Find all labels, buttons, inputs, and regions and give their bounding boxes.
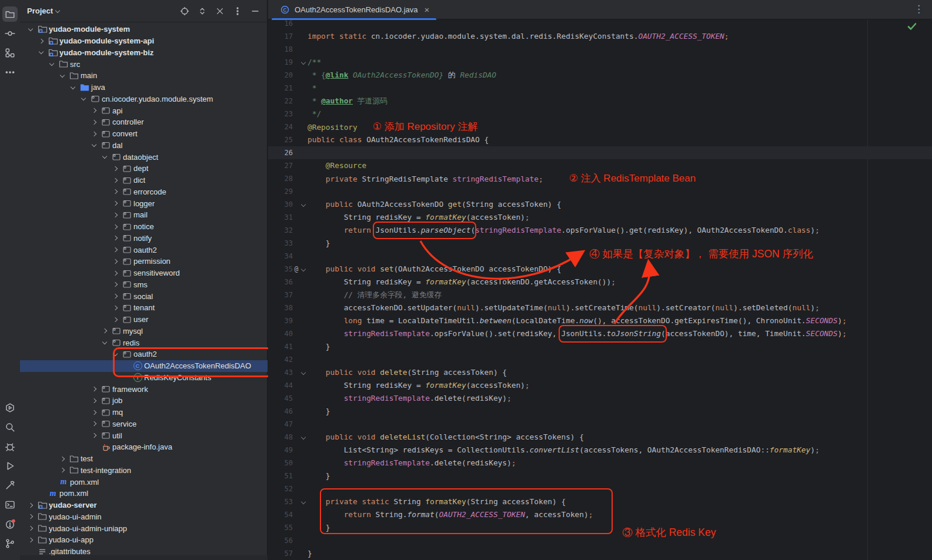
line-number[interactable]: 17 [268, 30, 293, 43]
line-number[interactable]: 32 [268, 224, 293, 237]
expand-all-icon[interactable] [198, 6, 207, 16]
tree-item-util[interactable]: util [20, 430, 268, 441]
run-icon[interactable] [2, 458, 18, 474]
code-line-57[interactable]: 57} [268, 547, 932, 560]
code-line-23[interactable]: 23 */ [268, 108, 932, 120]
code-editor[interactable]: 1617import static cn.iocoder.yudao.modul… [268, 20, 932, 560]
chevron-down-icon[interactable] [58, 71, 68, 81]
chevron-right-icon[interactable] [111, 291, 121, 301]
line-number[interactable]: 31 [268, 211, 293, 224]
tree-item-rediskeyconstants[interactable]: IRedisKeyConstants [20, 372, 268, 384]
code-line-22[interactable]: 22 * @author 芋道源码 [268, 95, 932, 108]
code-line-40[interactable]: 40 stringRedisTemplate.opsForValue().set… [268, 327, 932, 340]
line-number[interactable]: 44 [268, 379, 293, 392]
code-line-38[interactable]: 38 accessTokenDO.setUpdater(null).setUpd… [268, 301, 932, 314]
chevron-right-icon[interactable] [89, 129, 100, 139]
line-number[interactable]: 48 [268, 431, 293, 444]
commit-icon[interactable] [2, 26, 18, 41]
chevron-right-icon[interactable] [111, 210, 121, 220]
build-icon[interactable] [2, 478, 18, 493]
code-line-17[interactable]: 17import static cn.iocoder.yudao.module.… [268, 30, 932, 43]
code-line-36[interactable]: 36 String redisKey = formatKey(accessTok… [268, 276, 932, 289]
tree-item-oauth2[interactable]: oauth2 [20, 244, 268, 256]
chevron-right-icon[interactable] [100, 326, 111, 336]
code-line-53[interactable]: 53 private static String formatKey(Strin… [268, 495, 932, 508]
tree-item-controller[interactable]: controller [20, 116, 268, 128]
line-number[interactable]: 24 [268, 120, 293, 133]
tree-item-dal[interactable]: dal [20, 140, 268, 152]
services-icon[interactable] [2, 400, 18, 415]
tree-item-dept[interactable]: dept [20, 163, 268, 175]
collapse-all-icon[interactable] [215, 6, 225, 16]
tree-item-job[interactable]: job [20, 395, 268, 407]
line-number[interactable]: 55 [268, 521, 293, 534]
tree-item-yudao-server[interactable]: yudao-server [20, 499, 268, 511]
code-line-35[interactable]: 35@ public void set(OAuth2AccessTokenDO … [268, 263, 932, 276]
tree-item-main[interactable]: main [20, 70, 268, 82]
chevron-right-icon[interactable] [111, 198, 121, 209]
code-line-43[interactable]: 43 public void delete(String accessToken… [268, 366, 932, 379]
code-line-27[interactable]: 27 @Resource [268, 159, 932, 172]
tree-item-yudao-ui-app[interactable]: yudao-ui-app [20, 534, 268, 546]
chevron-down-icon[interactable] [111, 349, 121, 360]
line-number[interactable]: 18 [268, 43, 293, 56]
tree-item-test-integration[interactable]: test-integration [20, 465, 268, 477]
search-icon[interactable] [2, 420, 18, 435]
code-line-37[interactable]: 37 // 清理多余字段, 避免缓存 [268, 289, 932, 301]
line-number[interactable]: 16 [268, 20, 293, 30]
tree-item-permission[interactable]: permission [20, 256, 268, 267]
line-number[interactable]: 53 [268, 495, 293, 508]
code-line-45[interactable]: 45 stringRedisTemplate.delete(redisKey); [268, 392, 932, 405]
fold-chevron-icon[interactable] [300, 495, 308, 508]
chevron-down-icon[interactable] [68, 82, 79, 93]
tree-item-social[interactable]: social [20, 290, 268, 302]
code-line-21[interactable]: 21 * [268, 82, 932, 95]
chevron-right-icon[interactable] [26, 535, 36, 545]
chevron-down-icon[interactable] [36, 47, 47, 58]
tree-item-user[interactable]: user [20, 314, 268, 326]
tree-item-pom-xml[interactable]: mpom.xml [20, 488, 268, 499]
code-line-49[interactable]: 49 List<String> redisKeys = CollectionUt… [268, 444, 932, 457]
tree-item-sms[interactable]: sms [20, 279, 268, 291]
line-number[interactable]: 21 [268, 82, 293, 95]
fold-chevron-icon[interactable] [300, 366, 308, 379]
tree-item-pom-xml[interactable]: mpom.xml [20, 476, 268, 488]
chevron-down-icon[interactable] [56, 8, 61, 12]
tree-item-dataobject[interactable]: dataobject [20, 151, 268, 163]
line-number[interactable]: 25 [268, 133, 293, 146]
chevron-right-icon[interactable] [36, 36, 47, 46]
tree-item-framework[interactable]: framework [20, 383, 268, 395]
code-line-30[interactable]: 30 public OAuth2AccessTokenDO get(String… [268, 198, 932, 211]
chevron-right-icon[interactable] [111, 303, 121, 313]
tree-item-mail[interactable]: mail [20, 209, 268, 221]
code-line-46[interactable]: 46 } [268, 405, 932, 418]
code-line-28[interactable]: 28 private StringRedisTemplate stringRed… [268, 172, 932, 185]
tree-item-service[interactable]: service [20, 418, 268, 430]
hide-icon[interactable] [250, 6, 260, 16]
line-number[interactable]: 57 [268, 547, 293, 560]
code-line-51[interactable]: 51 } [268, 470, 932, 482]
line-number[interactable]: 29 [268, 185, 293, 198]
tree-item-notify[interactable]: notify [20, 233, 268, 244]
line-number[interactable]: 30 [268, 198, 293, 211]
tree-item-logger[interactable]: logger [20, 197, 268, 209]
options-icon[interactable] [233, 6, 242, 16]
chevron-right-icon[interactable] [111, 233, 121, 243]
line-number[interactable]: 19 [268, 56, 293, 69]
project-panel-title[interactable]: Project [27, 6, 53, 15]
chevron-right-icon[interactable] [58, 465, 68, 475]
chevron-right-icon[interactable] [58, 454, 68, 464]
fold-chevron-icon[interactable] [300, 431, 308, 444]
chevron-right-icon[interactable] [89, 407, 100, 418]
line-number[interactable]: 51 [268, 470, 293, 482]
line-number[interactable]: 42 [268, 353, 293, 366]
tree-item-package-info-java[interactable]: package-info.java [20, 441, 268, 453]
editor-tab-active[interactable]: C OAuth2AccessTokenRedisDAO.java × [272, 0, 436, 19]
chevron-right-icon[interactable] [89, 105, 100, 116]
code-line-54[interactable]: 54 return String.format(OAUTH2_ACCESS_TO… [268, 508, 932, 521]
chevron-right-icon[interactable] [111, 163, 121, 174]
line-number[interactable]: 35 [268, 263, 293, 276]
inspection-ok-check-icon[interactable] [907, 22, 917, 32]
chevron-right-icon[interactable] [89, 117, 100, 128]
chevron-down-icon[interactable] [89, 140, 100, 150]
